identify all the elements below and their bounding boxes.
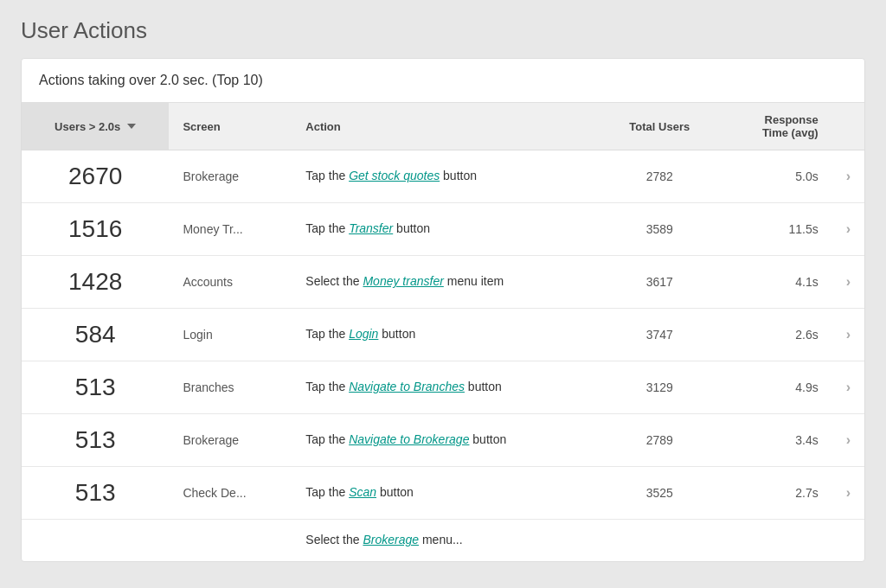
cell-screen: Brokerage (169, 414, 292, 467)
action-link[interactable]: Get stock quotes (349, 169, 440, 182)
cell-total: 3747 (600, 309, 719, 361)
table-row[interactable]: 513 Brokerage Tap the Navigate to Broker… (22, 414, 864, 467)
table-row[interactable]: 584 Login Tap the Login button 3747 2.6s… (22, 309, 864, 361)
table-row[interactable]: 2670 Brokerage Tap the Get stock quotes … (22, 150, 864, 203)
cell-total (600, 520, 719, 561)
cell-total: 3589 (600, 203, 719, 256)
cell-total: 2782 (600, 150, 719, 203)
action-link[interactable]: Brokerage (363, 533, 419, 546)
cell-action: Select the Brokerage menu... (292, 520, 600, 561)
col-header-total: Total Users (600, 103, 719, 150)
col-header-screen: Screen (169, 103, 292, 150)
cell-screen: Money Tr... (169, 203, 292, 256)
cell-users: 1516 (22, 203, 169, 256)
cell-total: 3617 (600, 256, 719, 309)
cell-chevron[interactable]: › (832, 361, 864, 414)
chevron-right-icon: › (846, 274, 851, 289)
cell-response: 5.0s (719, 150, 832, 203)
cell-chevron[interactable]: › (832, 467, 864, 520)
cell-screen (169, 520, 292, 561)
action-link[interactable]: Scan (349, 485, 376, 499)
action-link[interactable]: Money transfer (363, 274, 443, 288)
cell-screen: Login (169, 309, 292, 361)
cell-users: 513 (22, 361, 169, 414)
cell-action: Tap the Get stock quotes button (292, 150, 600, 203)
cell-screen: Accounts (169, 256, 292, 309)
col-header-response: ResponseTime (avg) (719, 103, 832, 150)
cell-action: Tap the Scan button (292, 467, 600, 520)
cell-response: 3.4s (719, 414, 832, 467)
page-title: User Actions (21, 17, 865, 44)
cell-screen: Brokerage (169, 150, 292, 203)
table-row[interactable]: 1516 Money Tr... Tap the Transfer button… (22, 203, 864, 256)
cell-users: 513 (22, 467, 169, 520)
cell-users: 2670 (22, 150, 169, 203)
cell-action: Select the Money transfer menu item (292, 256, 600, 309)
cell-action: Tap the Navigate to Brokerage button (292, 414, 600, 467)
chevron-right-icon: › (846, 327, 851, 342)
cell-users: 584 (22, 309, 169, 361)
table-header-row: Users > 2.0s Screen Action Total Users R… (22, 103, 864, 150)
cell-total: 3525 (600, 467, 719, 520)
col-header-chevron (832, 103, 864, 150)
chevron-right-icon: › (846, 221, 851, 236)
cell-action: Tap the Navigate to Branches button (292, 361, 600, 414)
cell-chevron[interactable]: › (832, 256, 864, 309)
cell-chevron (832, 520, 864, 561)
table-row[interactable]: 513 Branches Tap the Navigate to Branche… (22, 361, 864, 414)
action-link[interactable]: Login (349, 327, 378, 341)
cell-chevron[interactable]: › (832, 203, 864, 256)
cell-users: 1428 (22, 256, 169, 309)
cell-chevron[interactable]: › (832, 150, 864, 203)
cell-response: 2.7s (719, 467, 832, 520)
chevron-right-icon: › (846, 380, 851, 394)
cell-response (719, 520, 832, 561)
sort-arrow-icon (127, 124, 136, 129)
actions-table: Users > 2.0s Screen Action Total Users R… (22, 103, 864, 561)
action-link[interactable]: Navigate to Branches (349, 380, 465, 393)
cell-screen: Check De... (169, 467, 292, 520)
cell-action: Tap the Transfer button (292, 203, 600, 256)
action-link[interactable]: Navigate to Brokerage (349, 432, 469, 446)
cell-users (22, 520, 169, 561)
cell-chevron[interactable]: › (832, 414, 864, 467)
action-link[interactable]: Transfer (349, 221, 393, 235)
main-card: Actions taking over 2.0 sec. (Top 10) Us… (21, 58, 865, 562)
cell-total: 3129 (600, 361, 719, 414)
cell-response: 4.1s (719, 256, 832, 309)
col-header-action: Action (292, 103, 600, 150)
table-row[interactable]: Select the Brokerage menu... (22, 520, 864, 561)
page-container: User Actions Actions taking over 2.0 sec… (0, 0, 886, 588)
table-row[interactable]: 1428 Accounts Select the Money transfer … (22, 256, 864, 309)
cell-screen: Branches (169, 361, 292, 414)
table-row[interactable]: 513 Check De... Tap the Scan button 3525… (22, 467, 864, 520)
cell-total: 2789 (600, 414, 719, 467)
col-header-users[interactable]: Users > 2.0s (22, 103, 169, 150)
chevron-right-icon: › (846, 169, 851, 183)
cell-response: 2.6s (719, 309, 832, 361)
cell-response: 4.9s (719, 361, 832, 414)
chevron-right-icon: › (846, 432, 851, 447)
card-header: Actions taking over 2.0 sec. (Top 10) (22, 59, 864, 103)
cell-chevron[interactable]: › (832, 309, 864, 361)
cell-response: 11.5s (719, 203, 832, 256)
cell-action: Tap the Login button (292, 309, 600, 361)
chevron-right-icon: › (846, 485, 851, 500)
cell-users: 513 (22, 414, 169, 467)
